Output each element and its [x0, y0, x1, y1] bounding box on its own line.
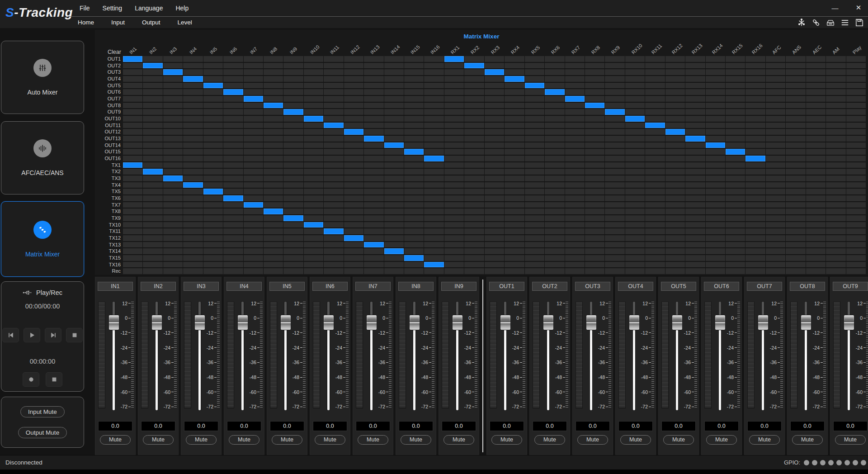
matrix-cell[interactable] [665, 156, 685, 161]
matrix-cell[interactable] [485, 195, 504, 201]
matrix-cell[interactable] [846, 235, 866, 241]
matrix-cell[interactable] [645, 175, 665, 181]
matrix-cell[interactable] [163, 195, 183, 201]
matrix-cell[interactable] [404, 255, 424, 261]
matrix-cell[interactable] [826, 189, 845, 194]
matrix-cell[interactable] [745, 109, 765, 115]
matrix-cell[interactable] [203, 76, 223, 82]
matrix-cell[interactable] [525, 56, 544, 62]
matrix-cell[interactable] [766, 69, 785, 75]
matrix-cell[interactable] [223, 222, 243, 228]
matrix-cell[interactable] [203, 175, 223, 181]
matrix-cell[interactable] [826, 242, 845, 248]
matrix-cell[interactable] [404, 103, 424, 109]
matrix-cell[interactable] [685, 123, 705, 128]
matrix-cell[interactable] [444, 83, 464, 89]
matrix-cell[interactable] [706, 123, 725, 128]
matrix-cell[interactable] [404, 136, 424, 142]
matrix-cell[interactable] [505, 136, 524, 142]
matrix-cell[interactable] [505, 262, 524, 268]
matrix-cell[interactable] [163, 175, 183, 181]
matrix-cell[interactable] [545, 56, 564, 62]
matrix-cell[interactable] [364, 116, 383, 122]
matrix-cell[interactable] [364, 69, 383, 75]
matrix-cell[interactable] [304, 209, 323, 214]
matrix-cell[interactable] [163, 123, 183, 128]
matrix-cell[interactable] [665, 69, 685, 75]
matrix-cell[interactable] [324, 149, 343, 155]
matrix-cell[interactable] [565, 222, 585, 228]
matrix-cell[interactable] [565, 215, 585, 221]
matrix-cell[interactable] [143, 235, 162, 241]
matrix-cell[interactable] [726, 103, 745, 109]
matrix-cell[interactable] [183, 189, 203, 194]
matrix-cell[interactable] [726, 255, 745, 261]
matrix-cell[interactable] [404, 83, 424, 89]
matrix-cell[interactable] [244, 255, 263, 261]
matrix-cell[interactable] [244, 149, 263, 155]
fader-knob[interactable] [280, 315, 291, 330]
matrix-cell[interactable] [163, 129, 183, 135]
matrix-cell[interactable] [685, 248, 705, 254]
matrix-cell[interactable] [304, 103, 323, 109]
matrix-cell[interactable] [464, 63, 484, 69]
matrix-cell[interactable] [223, 235, 243, 241]
matrix-cell[interactable] [283, 175, 303, 181]
matrix-cell[interactable] [203, 228, 223, 234]
matrix-cell[interactable] [143, 189, 162, 194]
matrix-cell[interactable] [505, 222, 524, 228]
matrix-cell[interactable] [123, 242, 142, 248]
matrix-cell[interactable] [203, 209, 223, 214]
matrix-cell[interactable] [525, 248, 544, 254]
matrix-cell[interactable] [726, 63, 745, 69]
matrix-cell[interactable] [344, 215, 363, 221]
matrix-cell[interactable] [806, 189, 826, 194]
matrix-cell[interactable] [464, 83, 484, 89]
matrix-cell[interactable] [585, 136, 604, 142]
matrix-cell[interactable] [244, 268, 263, 274]
matrix-cell[interactable] [485, 182, 504, 188]
matrix-cell[interactable] [444, 123, 464, 128]
matrix-cell[interactable] [645, 189, 665, 194]
matrix-cell[interactable] [726, 136, 745, 142]
matrix-cell[interactable] [585, 63, 604, 69]
matrix-cell[interactable] [424, 63, 443, 69]
matrix-cell[interactable] [384, 123, 404, 128]
matrix-cell[interactable] [485, 129, 504, 135]
matrix-cell[interactable] [264, 209, 283, 214]
matrix-cell[interactable] [826, 63, 845, 69]
matrix-cell[interactable] [324, 248, 343, 254]
matrix-cell[interactable] [565, 89, 585, 95]
matrix-cell[interactable] [585, 189, 604, 194]
matrix-cell[interactable] [283, 156, 303, 161]
matrix-cell[interactable] [625, 262, 645, 268]
matrix-cell[interactable] [565, 255, 585, 261]
matrix-cell[interactable] [726, 142, 745, 148]
matrix-cell[interactable] [143, 162, 162, 168]
matrix-cell[interactable] [304, 56, 323, 62]
matrix-cell[interactable] [223, 215, 243, 221]
matrix-cell[interactable] [424, 136, 443, 142]
matrix-cell[interactable] [846, 69, 866, 75]
matrix-cell[interactable] [304, 268, 323, 274]
matrix-cell[interactable] [525, 195, 544, 201]
matrix-cell[interactable] [264, 56, 283, 62]
matrix-cell[interactable] [283, 242, 303, 248]
matrix-cell[interactable] [685, 189, 705, 194]
matrix-cell[interactable] [846, 195, 866, 201]
matrix-cell[interactable] [304, 142, 323, 148]
matrix-cell[interactable] [806, 156, 826, 161]
matrix-cell[interactable] [444, 209, 464, 214]
fader-knob[interactable] [452, 315, 463, 330]
matrix-cell[interactable] [143, 248, 162, 254]
matrix-cell[interactable] [384, 103, 404, 109]
matrix-cell[interactable] [545, 136, 564, 142]
matrix-cell[interactable] [726, 156, 745, 161]
matrix-cell[interactable] [745, 169, 765, 175]
matrix-cell[interactable] [123, 195, 142, 201]
matrix-cell[interactable] [505, 89, 524, 95]
stop-button[interactable] [46, 372, 62, 387]
matrix-cell[interactable] [685, 109, 705, 115]
matrix-cell[interactable] [183, 123, 203, 128]
matrix-cell[interactable] [826, 248, 845, 254]
